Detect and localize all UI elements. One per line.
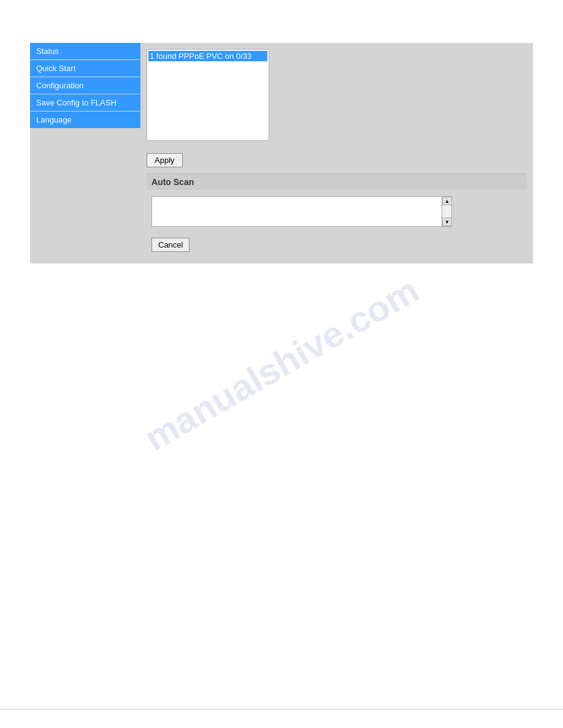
cancel-area: Cancel bbox=[147, 233, 527, 257]
pvc-listbox[interactable]: 1 found PPPoE PVC on 0/33 bbox=[147, 49, 269, 141]
sidebar-item-configuration[interactable]: Configuration bbox=[30, 77, 140, 94]
scroll-up-icon[interactable]: ▲ bbox=[442, 197, 452, 205]
sidebar: Status Quick Start Configuration Save Co… bbox=[30, 43, 140, 264]
auto-scan-content: ▲ ▼ bbox=[147, 190, 527, 233]
cancel-button[interactable]: Cancel bbox=[151, 238, 190, 252]
auto-scan-section: Auto Scan ▲ ▼ Cancel bbox=[147, 173, 527, 257]
scan-textarea[interactable] bbox=[152, 197, 442, 226]
sidebar-item-quick-start[interactable]: Quick Start bbox=[30, 60, 140, 77]
scroll-track bbox=[442, 205, 451, 218]
auto-scan-header: Auto Scan bbox=[147, 173, 527, 190]
pvc-option[interactable]: 1 found PPPoE PVC on 0/33 bbox=[148, 51, 267, 61]
apply-button[interactable]: Apply bbox=[147, 153, 183, 167]
bottom-line bbox=[0, 709, 563, 710]
content-area: 1 found PPPoE PVC on 0/33 Apply Auto Sca… bbox=[140, 43, 533, 264]
scan-textarea-wrapper: ▲ ▼ bbox=[151, 196, 452, 227]
watermark: manualshive.com bbox=[137, 268, 426, 460]
sidebar-item-save-config[interactable]: Save Config to FLASH bbox=[30, 94, 140, 111]
scroll-down-icon[interactable]: ▼ bbox=[442, 218, 452, 226]
sidebar-item-status[interactable]: Status bbox=[30, 43, 140, 59]
sidebar-item-language[interactable]: Language bbox=[30, 112, 140, 128]
scrollbar: ▲ ▼ bbox=[442, 197, 451, 226]
